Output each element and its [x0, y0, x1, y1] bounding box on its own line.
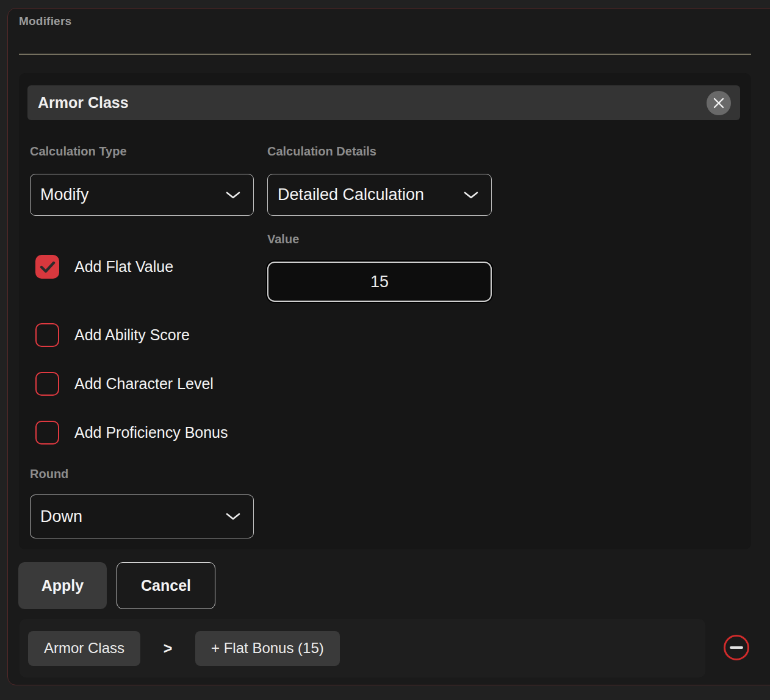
- check-icon: [40, 261, 56, 273]
- calculation-details-select[interactable]: Detailed Calculation: [267, 174, 492, 216]
- checkbox-row-proficiency-bonus: Add Proficiency Bonus: [35, 421, 228, 445]
- chevron-down-icon: [225, 512, 241, 521]
- calculation-details-label: Calculation Details: [267, 145, 376, 159]
- modifiers-heading: Modifiers: [19, 15, 71, 28]
- modifier-title-bar: Armor Class: [27, 85, 740, 120]
- calculation-type-label: Calculation Type: [30, 145, 127, 159]
- value-label: Value: [267, 232, 299, 246]
- round-value: Down: [40, 507, 82, 526]
- chevron-down-icon: [463, 191, 479, 199]
- modifiers-panel: Modifiers Armor Class Calculation Type C…: [7, 8, 770, 685]
- minus-icon: [730, 646, 743, 649]
- apply-button[interactable]: Apply: [18, 562, 107, 609]
- remove-modifier-button[interactable]: [724, 635, 749, 660]
- cancel-button[interactable]: Cancel: [117, 562, 215, 609]
- section-divider: [19, 54, 751, 55]
- close-icon: [712, 96, 725, 110]
- close-button[interactable]: [707, 91, 731, 115]
- checkbox-add-character-level[interactable]: [35, 372, 59, 396]
- checkbox-label: Add Ability Score: [74, 326, 190, 344]
- calculation-type-select[interactable]: Modify: [30, 174, 254, 216]
- checkbox-label: Add Character Level: [74, 375, 214, 393]
- chevron-down-icon: [225, 191, 241, 199]
- checkbox-add-proficiency-bonus[interactable]: [35, 421, 59, 445]
- modifier-source-chip[interactable]: Armor Class: [28, 631, 140, 666]
- round-select[interactable]: Down: [30, 495, 254, 538]
- round-label: Round: [30, 467, 68, 481]
- checkbox-label: Add Flat Value: [74, 258, 173, 276]
- checkbox-add-flat-value[interactable]: [35, 255, 59, 279]
- modifier-effect-chip[interactable]: + Flat Bonus (15): [195, 631, 340, 666]
- checkbox-row-character-level: Add Character Level: [35, 372, 214, 396]
- checkbox-row-flat-value: Add Flat Value: [35, 255, 173, 279]
- checkbox-row-ability-score: Add Ability Score: [35, 323, 190, 347]
- modifier-editor-card: Armor Class Calculation Type Calculation…: [19, 73, 751, 549]
- checkbox-label: Add Proficiency Bonus: [74, 424, 228, 441]
- modifier-summary-row: Armor Class > + Flat Bonus (15): [20, 619, 705, 677]
- value-input[interactable]: [267, 262, 492, 302]
- modifier-title: Armor Class: [38, 94, 129, 112]
- calculation-details-value: Detailed Calculation: [278, 185, 424, 204]
- modifier-separator: >: [140, 640, 195, 657]
- calculation-type-value: Modify: [40, 185, 89, 204]
- checkbox-add-ability-score[interactable]: [35, 323, 59, 347]
